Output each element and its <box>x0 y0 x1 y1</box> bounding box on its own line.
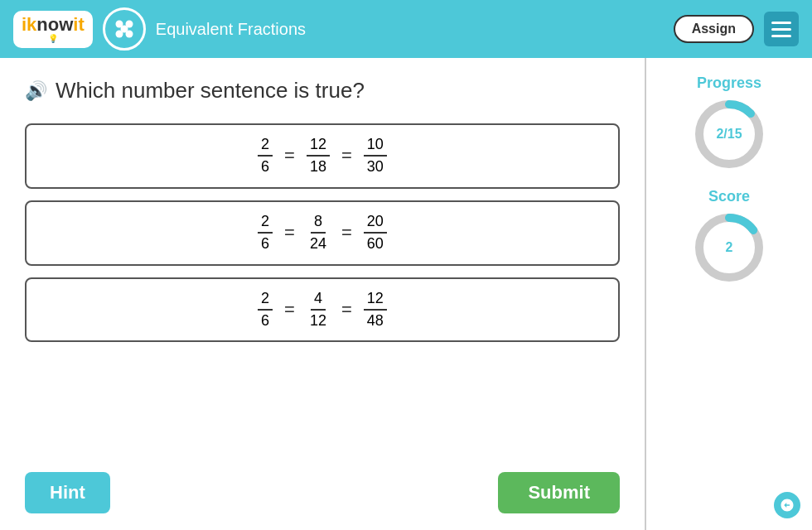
eq-2: = <box>341 145 352 166</box>
option-2[interactable]: 2 6 = 8 24 = 20 60 <box>25 200 620 266</box>
fraction-2-6: 2 6 <box>258 135 273 177</box>
logo-now: now <box>36 14 73 35</box>
submit-button[interactable]: Submit <box>498 472 620 513</box>
logo-ik: ik <box>22 14 36 35</box>
hamburger-line-1 <box>771 22 791 24</box>
question-header: 🔊 Which number sentence is true? <box>25 78 620 104</box>
fraction-10-30: 10 30 <box>364 135 387 177</box>
logo-bulb: 💡 <box>48 34 58 43</box>
sound-icon[interactable]: 🔊 <box>25 80 47 102</box>
logo-text: iknowit <box>22 16 85 34</box>
question-text: Which number sentence is true? <box>56 78 365 104</box>
dots-icon <box>112 17 137 41</box>
eq-3: = <box>284 222 295 243</box>
option-1[interactable]: 2 6 = 12 18 = 10 30 <box>25 123 620 189</box>
topic-title: Equivalent Fractions <box>156 20 664 39</box>
fraction-12-18: 12 18 <box>307 135 330 177</box>
progress-donut: 2/15 <box>692 97 766 171</box>
score-value: 2 <box>726 240 733 255</box>
content-panel: 🔊 Which number sentence is true? 2 6 = 1… <box>0 58 646 530</box>
bottom-bar: Hint Submit <box>25 459 620 513</box>
progress-label: Progress <box>697 75 761 92</box>
side-panel: Progress 2/15 Score 2 <box>646 58 812 530</box>
fraction-8-24: 8 24 <box>307 212 330 254</box>
logo: iknowit 💡 <box>13 11 93 48</box>
option-3[interactable]: 2 6 = 4 12 = 12 48 <box>25 277 620 343</box>
fraction-12-48: 12 48 <box>364 289 387 331</box>
eq-1: = <box>284 145 295 166</box>
assign-button[interactable]: Assign <box>674 15 754 43</box>
main-area: 🔊 Which number sentence is true? 2 6 = 1… <box>0 58 812 530</box>
header: iknowit 💡 Equivalent Fractions Assign <box>0 0 812 58</box>
score-donut: 2 <box>692 210 766 285</box>
topic-icon <box>103 7 146 51</box>
hamburger-line-3 <box>771 35 791 37</box>
nav-back-icon[interactable] <box>774 492 800 518</box>
hint-button[interactable]: Hint <box>25 472 110 513</box>
fraction-2-6-c: 2 6 <box>258 289 273 331</box>
eq-6: = <box>341 299 352 320</box>
menu-button[interactable] <box>764 12 799 46</box>
score-section: Score 2 <box>692 188 766 285</box>
score-label: Score <box>708 188 750 205</box>
eq-5: = <box>284 299 295 320</box>
option-3-expr: 2 6 = 4 12 = 12 48 <box>258 289 387 331</box>
fraction-20-60: 20 60 <box>364 212 387 254</box>
options-list: 2 6 = 12 18 = 10 30 <box>25 123 620 459</box>
option-2-expr: 2 6 = 8 24 = 20 60 <box>258 212 387 254</box>
fraction-4-12: 4 12 <box>307 289 330 331</box>
eq-4: = <box>341 222 352 243</box>
logo-it: it <box>73 14 84 35</box>
progress-section: Progress 2/15 <box>692 75 766 171</box>
fraction-2-6-b: 2 6 <box>258 212 273 254</box>
progress-value: 2/15 <box>716 127 742 142</box>
hamburger-line-2 <box>771 28 791 31</box>
svg-point-4 <box>120 26 128 33</box>
option-1-expr: 2 6 = 12 18 = 10 30 <box>258 135 387 177</box>
